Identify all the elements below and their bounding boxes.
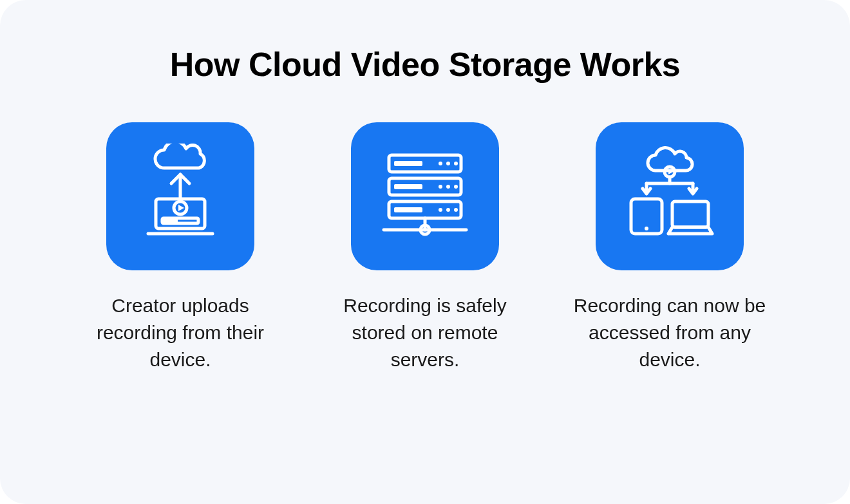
svg-rect-18 [394,207,422,212]
step-upload-caption: Creator uploads recording from their dev… [84,292,277,373]
step-upload-tile [106,122,254,270]
svg-point-32 [645,227,648,230]
step-store-tile [351,122,499,270]
svg-rect-8 [394,161,422,166]
svg-point-20 [446,208,450,212]
diagram-card: How Cloud Video Storage Works [0,0,850,504]
svg-rect-5 [162,218,178,223]
cloud-to-devices-icon [618,144,721,249]
svg-rect-13 [394,184,422,189]
step-store: Recording is safely stored on remote ser… [322,122,528,373]
step-access-caption: Recording can now be accessed from any d… [573,292,766,373]
diagram-title: How Cloud Video Storage Works [170,45,681,84]
step-access-tile [596,122,744,270]
server-rack-icon [373,144,477,249]
svg-marker-3 [178,205,184,211]
svg-point-9 [439,162,442,165]
svg-point-10 [446,162,450,165]
svg-point-21 [454,208,458,212]
step-upload: Creator uploads recording from their dev… [77,122,283,373]
step-store-caption: Recording is safely stored on remote ser… [328,292,522,373]
steps-row: Creator uploads recording from their dev… [77,122,773,373]
svg-point-14 [439,185,442,189]
svg-rect-33 [672,201,708,227]
step-access: Recording can now be accessed from any d… [567,122,773,373]
svg-point-16 [454,185,458,189]
svg-point-11 [454,162,458,165]
svg-point-19 [439,208,442,212]
upload-to-cloud-icon [129,144,232,249]
svg-point-15 [446,185,450,189]
